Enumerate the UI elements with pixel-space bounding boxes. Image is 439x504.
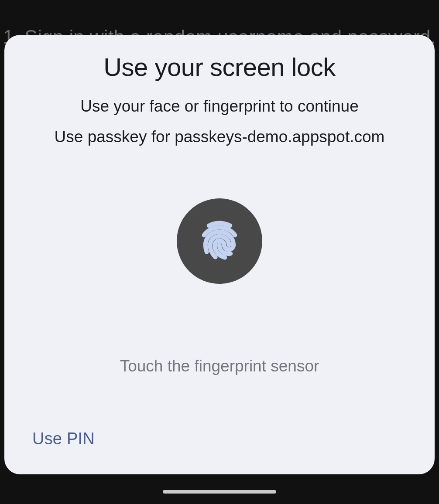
fingerprint-circle xyxy=(177,198,262,284)
dialog-footer: Use PIN xyxy=(4,429,435,474)
dialog-title: Use your screen lock xyxy=(4,52,435,82)
home-indicator[interactable] xyxy=(163,490,276,494)
fingerprint-icon xyxy=(198,218,241,264)
fingerprint-sensor-area[interactable] xyxy=(4,198,435,284)
fingerprint-instruction: Touch the fingerprint sensor xyxy=(4,357,435,375)
dialog-subtitle: Use your face or fingerprint to continue xyxy=(4,97,435,116)
auth-bottom-sheet: Use your screen lock Use your face or fi… xyxy=(4,35,435,474)
use-pin-button[interactable]: Use PIN xyxy=(32,429,95,448)
passkey-origin-text: Use passkey for passkeys-demo.appspot.co… xyxy=(4,128,435,146)
